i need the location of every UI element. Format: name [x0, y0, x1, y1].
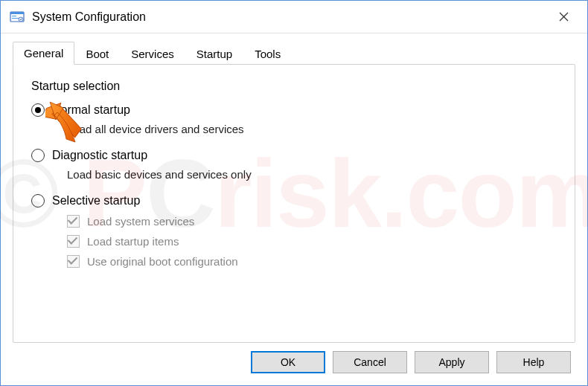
- radio-diagnostic-startup[interactable]: Diagnostic startup: [31, 149, 557, 162]
- radio-icon: [31, 194, 45, 208]
- radio-label: Normal startup: [52, 103, 130, 117]
- system-configuration-window: System Configuration General Boot Servic…: [0, 0, 588, 386]
- tab-startup[interactable]: Startup: [185, 42, 243, 65]
- radio-desc-normal: Load all device drivers and services: [67, 123, 557, 135]
- radio-selective-startup[interactable]: Selective startup: [31, 194, 557, 208]
- tabstrip: General Boot Services Startup Tools: [13, 41, 575, 64]
- checkbox-label: Load system services: [87, 215, 194, 228]
- help-button[interactable]: Help: [496, 351, 571, 373]
- svg-rect-1: [10, 12, 24, 14]
- checkbox-load-system-services: Load system services: [67, 215, 557, 228]
- msconfig-icon: [10, 10, 25, 24]
- checkbox-icon: [67, 255, 80, 268]
- radio-label: Selective startup: [52, 194, 140, 208]
- window-title: System Configuration: [32, 10, 549, 24]
- tab-general[interactable]: General: [13, 42, 74, 65]
- tab-boot[interactable]: Boot: [74, 42, 120, 65]
- dialog-button-row: OK Cancel Apply Help: [251, 351, 571, 373]
- radio-label: Diagnostic startup: [52, 149, 147, 162]
- content-area: General Boot Services Startup Tools Star…: [1, 33, 587, 343]
- titlebar: System Configuration: [1, 1, 587, 33]
- apply-button[interactable]: Apply: [415, 351, 489, 373]
- checkbox-icon: [67, 215, 80, 228]
- checkbox-label: Load startup items: [87, 235, 179, 248]
- group-label: Startup selection: [31, 80, 557, 93]
- ok-button[interactable]: OK: [251, 351, 325, 373]
- checkbox-icon: [67, 235, 80, 248]
- radio-icon: [31, 149, 45, 162]
- tab-tools[interactable]: Tools: [243, 42, 292, 65]
- radio-normal-startup[interactable]: Normal startup: [31, 103, 557, 117]
- cancel-button[interactable]: Cancel: [333, 351, 407, 373]
- svg-rect-3: [12, 18, 19, 19]
- svg-rect-2: [12, 16, 16, 16]
- radio-desc-diagnostic: Load basic devices and services only: [67, 168, 557, 181]
- checkbox-original-boot-config: Use original boot configuration: [67, 255, 557, 268]
- tab-services[interactable]: Services: [120, 42, 185, 65]
- tab-panel-general: Startup selection Normal startup Load al…: [13, 64, 575, 343]
- checkbox-label: Use original boot configuration: [87, 255, 238, 268]
- checkbox-load-startup-items: Load startup items: [67, 235, 557, 248]
- radio-icon: [31, 103, 45, 117]
- close-button[interactable]: [549, 6, 578, 28]
